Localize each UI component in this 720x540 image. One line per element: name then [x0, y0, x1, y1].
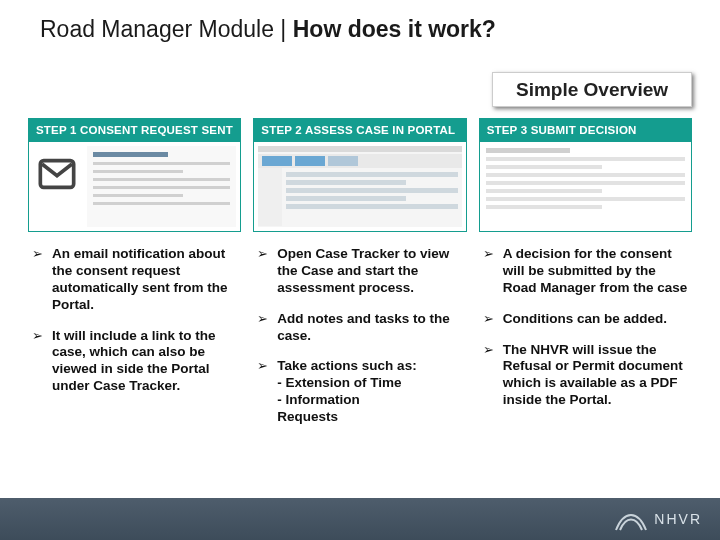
steps-row: STEP 1 CONSENT REQUEST SENT An email not…	[28, 118, 692, 442]
step-2-bullets: Open Case Tracker to view the Case and s…	[253, 246, 466, 426]
step-3-bullets: A decision for the consent will be submi…	[479, 246, 692, 409]
list-item: The NHVR will issue the Refusal or Permi…	[483, 342, 692, 410]
step-3-column: STEP 3 SUBMIT DECISION A decision for th…	[479, 118, 692, 442]
list-item: Open Case Tracker to view the Case and s…	[257, 246, 466, 297]
logo-text: NHVR	[654, 511, 702, 527]
list-item: Add notes and tasks to the case.	[257, 311, 466, 345]
step-1-thumbnail	[28, 142, 241, 232]
step-2-thumbnail	[253, 142, 466, 232]
step-3-header: STEP 3 SUBMIT DECISION	[479, 118, 692, 142]
subtitle-text: Simple Overview	[516, 79, 668, 101]
mail-icon	[35, 154, 79, 194]
list-item: Take actions such as: - Extension of Tim…	[257, 358, 466, 426]
list-item: A decision for the consent will be submi…	[483, 246, 692, 297]
step-3-thumbnail	[479, 142, 692, 232]
page-title: Road Manager Module | How does it work?	[40, 16, 496, 43]
step-1-bullets: An email notification about the consent …	[28, 246, 241, 395]
step-1-header: STEP 1 CONSENT REQUEST SENT	[28, 118, 241, 142]
step-1-column: STEP 1 CONSENT REQUEST SENT An email not…	[28, 118, 241, 442]
step-2-column: STEP 2 ASSESS CASE IN PORTAL Open Case T…	[253, 118, 466, 442]
footer-bar: NHVR	[0, 498, 720, 540]
list-item: Conditions can be added.	[483, 311, 692, 328]
subtitle-box: Simple Overview	[492, 72, 692, 107]
list-item: An email notification about the consent …	[32, 246, 241, 314]
title-prefix: Road Manager Module |	[40, 16, 293, 42]
list-item: It will include a link to the case, whic…	[32, 328, 241, 396]
logo-mark-icon	[614, 506, 648, 532]
nhvr-logo: NHVR	[614, 506, 702, 532]
step-2-header: STEP 2 ASSESS CASE IN PORTAL	[253, 118, 466, 142]
title-bold: How does it work?	[293, 16, 496, 42]
